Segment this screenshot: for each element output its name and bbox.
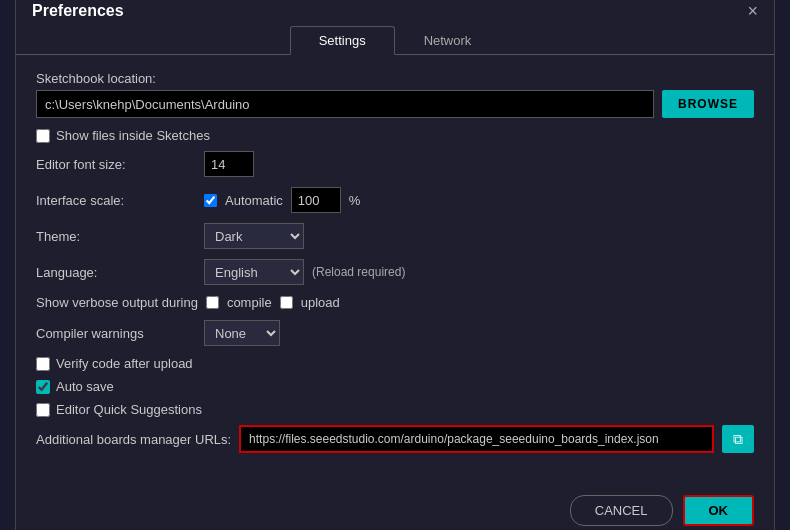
url-icon: ⧉ [733, 431, 743, 448]
preferences-dialog: Preferences × Settings Network Sketchboo… [15, 0, 775, 530]
verify-code-checkbox[interactable] [36, 357, 50, 371]
theme-select[interactable]: Dark Light [204, 223, 304, 249]
close-button[interactable]: × [747, 2, 758, 20]
show-files-checkbox[interactable] [36, 129, 50, 143]
theme-row: Theme: Dark Light [36, 223, 754, 249]
automatic-label: Automatic [225, 193, 283, 208]
title-bar: Preferences × [16, 0, 774, 26]
interface-scale-row: Interface scale: Automatic % [36, 187, 754, 213]
browse-button[interactable]: BROWSE [662, 90, 754, 118]
dialog-title: Preferences [32, 2, 124, 20]
verify-code-label: Verify code after upload [56, 356, 193, 371]
show-files-label: Show files inside Sketches [56, 128, 210, 143]
font-size-input[interactable] [204, 151, 254, 177]
tab-settings[interactable]: Settings [290, 26, 395, 55]
language-select[interactable]: English Spanish French [204, 259, 304, 285]
verbose-row: Show verbose output during compile uploa… [36, 295, 754, 310]
auto-save-label: Auto save [56, 379, 114, 394]
verify-code-row: Verify code after upload [36, 356, 754, 371]
automatic-checkbox[interactable] [204, 194, 217, 207]
additional-boards-label: Additional boards manager URLs: [36, 432, 231, 447]
tab-network[interactable]: Network [395, 26, 501, 54]
compile-upload-group: compile upload [206, 295, 754, 310]
font-size-row: Editor font size: [36, 151, 754, 177]
sketchbook-row: BROWSE [36, 90, 754, 118]
language-label: Language: [36, 265, 196, 280]
additional-boards-row: Additional boards manager URLs: ⧉ [36, 425, 754, 453]
auto-save-checkbox[interactable] [36, 380, 50, 394]
auto-save-row: Auto save [36, 379, 754, 394]
percent-label: % [349, 193, 361, 208]
ok-button[interactable]: OK [683, 495, 755, 526]
language-row: Language: English Spanish French (Reload… [36, 259, 754, 285]
reload-required-text: (Reload required) [312, 265, 405, 279]
editor-quick-checkbox[interactable] [36, 403, 50, 417]
font-size-label: Editor font size: [36, 157, 196, 172]
url-edit-button[interactable]: ⧉ [722, 425, 754, 453]
compiler-warnings-row: Compiler warnings None Default More All [36, 320, 754, 346]
dialog-footer: CANCEL OK [16, 483, 774, 530]
editor-quick-label: Editor Quick Suggestions [56, 402, 202, 417]
additional-boards-input[interactable] [239, 425, 714, 453]
compile-label: compile [227, 295, 272, 310]
editor-quick-row: Editor Quick Suggestions [36, 402, 754, 417]
sketchbook-path-input[interactable] [36, 90, 654, 118]
compiler-warnings-select[interactable]: None Default More All [204, 320, 280, 346]
settings-content: Sketchbook location: BROWSE Show files i… [16, 67, 774, 479]
cancel-button[interactable]: CANCEL [570, 495, 673, 526]
sketchbook-label: Sketchbook location: [36, 71, 754, 86]
theme-label: Theme: [36, 229, 196, 244]
upload-checkbox[interactable] [280, 296, 293, 309]
interface-scale-label: Interface scale: [36, 193, 196, 208]
tab-bar: Settings Network [16, 26, 774, 55]
upload-label: upload [301, 295, 340, 310]
compile-checkbox[interactable] [206, 296, 219, 309]
scale-value-input[interactable] [291, 187, 341, 213]
verbose-label: Show verbose output during [36, 295, 198, 310]
compiler-warnings-label: Compiler warnings [36, 326, 196, 341]
show-files-row: Show files inside Sketches [36, 128, 754, 143]
